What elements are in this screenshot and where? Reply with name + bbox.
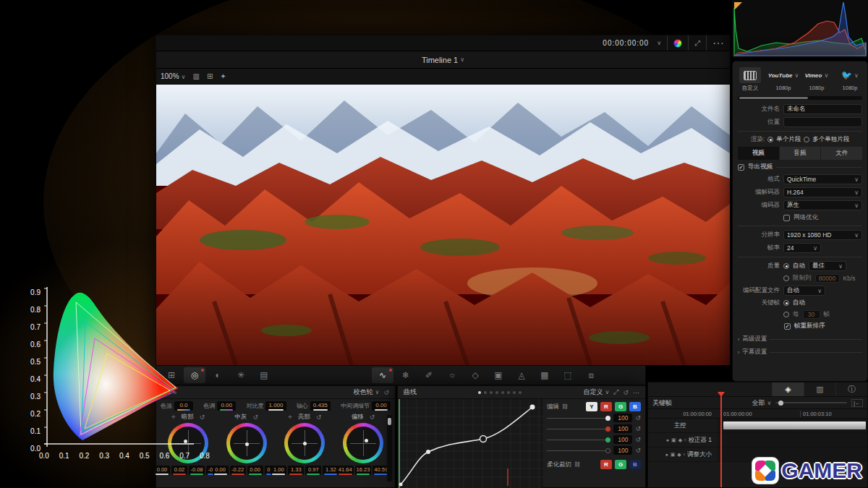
- curve-graph[interactable]: [398, 399, 542, 488]
- reset-icon[interactable]: ↺: [635, 447, 641, 454]
- zoom-level-dropdown[interactable]: 100%∨: [161, 72, 185, 80]
- reset-icon[interactable]: ↺: [383, 389, 389, 396]
- lock-icon[interactable]: ▣: [671, 452, 676, 458]
- hdr-grade-icon[interactable]: ◐: [207, 367, 229, 383]
- highlight-wand-icon[interactable]: ✦: [220, 72, 226, 80]
- timeline-name[interactable]: Timeline 1: [422, 56, 458, 64]
- motion-effects-icon[interactable]: ▤: [253, 367, 275, 383]
- scopes-tab-icon[interactable]: ▥: [804, 382, 835, 396]
- render-multiple-radio[interactable]: [804, 137, 809, 142]
- encoder-select[interactable]: 原生∨: [783, 200, 862, 210]
- tab-video[interactable]: 视频: [738, 147, 779, 160]
- power-window-shape-icon[interactable]: ◇: [464, 367, 486, 383]
- softclip-b-button[interactable]: B: [629, 460, 641, 469]
- tab-file[interactable]: 文件: [821, 147, 862, 160]
- split-grid-icon[interactable]: ⊞: [207, 72, 213, 80]
- page-dots[interactable]: [478, 391, 522, 394]
- tint-value[interactable]: 0.00: [217, 401, 236, 411]
- link-icon[interactable]: ⛓: [562, 403, 568, 410]
- expand-chevron-icon[interactable]: ›: [684, 437, 686, 442]
- keyframes-ruler[interactable]: 01:00:00:00 01:00:00:00 01:00:03:10: [648, 409, 867, 419]
- offset-wheel[interactable]: [343, 423, 383, 463]
- pivot-value[interactable]: 0.435: [310, 401, 331, 411]
- expand-chevron-icon[interactable]: ›: [684, 452, 685, 457]
- preset-vimeo[interactable]: Vimeo∨ 1080p: [806, 67, 827, 91]
- keyframe-every-radio[interactable]: [783, 312, 789, 317]
- wipe-compare-icon[interactable]: ▥: [192, 72, 199, 80]
- blur-icon[interactable]: ◬: [511, 367, 532, 383]
- export-video-checkbox[interactable]: ✓: [738, 164, 744, 171]
- preset-youtube[interactable]: YouTube∨ 1080p: [773, 67, 794, 91]
- tracker-icon[interactable]: ▣: [488, 367, 509, 383]
- format-select[interactable]: QuickTime∨: [783, 174, 862, 184]
- curves-icon[interactable]: ∿: [372, 367, 393, 383]
- reset-icon[interactable]: ↺: [370, 414, 375, 421]
- quality-best-select[interactable]: 最佳∨: [809, 261, 846, 271]
- reset-icon[interactable]: ↺: [316, 414, 322, 421]
- enable-dot-icon[interactable]: ●: [665, 452, 668, 457]
- power-window-circle-icon[interactable]: ○: [441, 367, 463, 383]
- qualifier-icon[interactable]: ✐: [418, 367, 440, 383]
- channel-g-button[interactable]: G: [615, 402, 626, 411]
- curves-mode-dropdown[interactable]: 自定义∨: [583, 388, 609, 397]
- quality-auto-radio[interactable]: [783, 263, 789, 269]
- reset-icon[interactable]: ↺: [635, 414, 641, 421]
- keyframe-diamond-icon[interactable]: ◆: [678, 437, 682, 443]
- keyframes-filter-dropdown[interactable]: 全部∨: [752, 398, 772, 408]
- track-corrector-1[interactable]: ● ▣ ◆ › 校正器 1: [648, 433, 867, 448]
- keyframe-interval-input[interactable]: 30: [803, 310, 820, 319]
- reset-icon[interactable]: ↺: [252, 414, 258, 421]
- master-track-bar[interactable]: [723, 421, 866, 429]
- track-master[interactable]: 主控: [648, 419, 867, 433]
- reset-icon[interactable]: ↺: [635, 425, 641, 432]
- advanced-settings-row[interactable]: ›高级设置: [738, 335, 862, 343]
- y-gain-slider[interactable]: [547, 418, 610, 419]
- keyframe-auto-radio[interactable]: [783, 300, 789, 306]
- more-menu-icon[interactable]: ···: [712, 37, 724, 50]
- filename-input[interactable]: 未命名: [783, 104, 862, 114]
- keyframes-zoom-slider[interactable]: [775, 402, 847, 403]
- lock-icon[interactable]: ▣: [671, 437, 676, 443]
- g-gain-slider[interactable]: [547, 440, 610, 440]
- gamma-wheel[interactable]: [226, 423, 267, 463]
- viewer-timecode[interactable]: 00:00:00:00: [603, 39, 649, 47]
- master-wheel-slider[interactable]: [387, 415, 392, 481]
- reset-icon[interactable]: ↺: [623, 389, 629, 396]
- preset-twitter[interactable]: 🐦∨ 1080p: [839, 67, 861, 91]
- preset-scrollbar[interactable]: [738, 96, 862, 100]
- tab-audio[interactable]: 音频: [780, 147, 821, 160]
- expand-icon[interactable]: ⤢: [694, 39, 700, 48]
- channel-r-button[interactable]: R: [600, 402, 612, 411]
- softclip-g-button[interactable]: G: [615, 460, 626, 469]
- network-optimization-checkbox[interactable]: ✓: [783, 215, 790, 221]
- sizing-icon[interactable]: ⬚: [557, 367, 579, 383]
- enable-dot-icon[interactable]: ●: [666, 437, 669, 442]
- midtone-detail-value[interactable]: 0.00: [372, 401, 391, 411]
- r-gain-slider[interactable]: [547, 429, 610, 429]
- stereo-3d-icon[interactable]: ⧈: [580, 367, 602, 383]
- bitrate-input[interactable]: 80000: [815, 274, 840, 283]
- wheels-mode-dropdown[interactable]: 校色轮∨: [354, 388, 380, 397]
- channel-y-button[interactable]: Y: [586, 402, 597, 411]
- rgb-mixer-icon[interactable]: ✳: [230, 367, 252, 383]
- encoding-profile-select[interactable]: 自动∨: [783, 286, 825, 296]
- info-tab-icon[interactable]: ⓘ: [835, 382, 867, 396]
- color-palette-icon[interactable]: [673, 39, 682, 48]
- preset-custom[interactable]: 自定义: [739, 67, 761, 92]
- contrast-value[interactable]: 1.000: [265, 401, 286, 411]
- b-gain-slider[interactable]: [547, 450, 610, 451]
- keyframe-diamond-icon[interactable]: ◆: [677, 452, 681, 458]
- reset-icon[interactable]: ↺: [635, 436, 641, 443]
- keyframes-tab-icon[interactable]: ◈: [772, 382, 804, 396]
- softclip-r-button[interactable]: R: [600, 460, 612, 469]
- render-single-radio[interactable]: [767, 137, 773, 142]
- playhead[interactable]: [720, 392, 722, 487]
- chevron-down-icon[interactable]: ∨: [460, 56, 464, 63]
- link-icon[interactable]: ⛓: [574, 461, 580, 468]
- quality-restrict-radio[interactable]: [783, 275, 789, 281]
- channel-b-button[interactable]: B: [629, 402, 641, 411]
- snap-edge-icon[interactable]: |←: [851, 399, 863, 407]
- frame-reordering-checkbox[interactable]: ✓: [784, 323, 791, 330]
- color-warper-icon[interactable]: ❄: [395, 367, 417, 383]
- subtitle-settings-row[interactable]: ›字幕设置: [738, 348, 862, 356]
